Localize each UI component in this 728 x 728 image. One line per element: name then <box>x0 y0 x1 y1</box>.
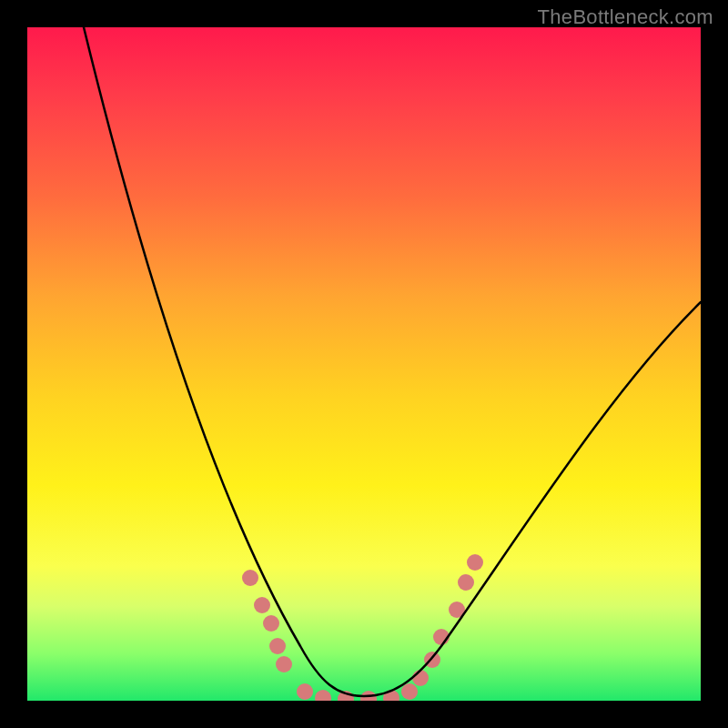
highlight-point <box>263 615 279 632</box>
highlight-point <box>269 638 286 654</box>
watermark-text: TheBottleneck.com <box>538 5 713 29</box>
highlight-point <box>315 690 331 701</box>
highlight-point <box>276 656 292 672</box>
chart-svg <box>27 27 701 701</box>
plot-area <box>27 27 701 701</box>
highlight-point <box>458 574 474 591</box>
highlight-point <box>401 683 418 700</box>
bottleneck-curve <box>84 27 701 696</box>
marker-group <box>242 554 483 701</box>
highlight-point <box>467 554 483 571</box>
highlight-point <box>412 670 429 686</box>
highlight-point <box>297 683 313 700</box>
chart-frame: TheBottleneck.com <box>0 0 728 728</box>
highlight-point <box>242 570 258 586</box>
highlight-point <box>254 597 270 613</box>
